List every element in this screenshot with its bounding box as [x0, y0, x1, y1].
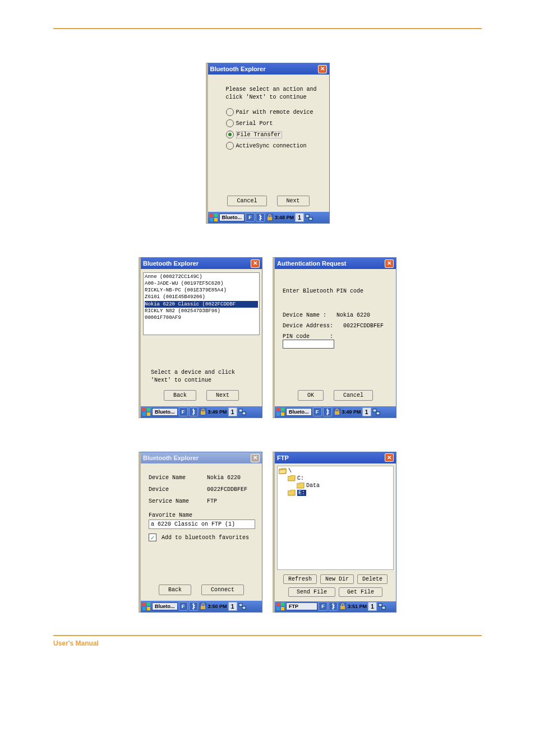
indicator-1[interactable]: 1 [228, 602, 237, 611]
taskbar: FTP F 3:51 PM 1 [275, 601, 396, 613]
delete-button[interactable]: Delete [357, 574, 388, 584]
bluetooth-icon[interactable] [329, 602, 338, 611]
window-title: Bluetooth Explorer [210, 66, 266, 72]
device-label: Device [149, 486, 204, 493]
titlebar: Bluetooth Explorer ✕ [208, 63, 329, 75]
list-item[interactable]: Z610i (001E45B49206) [145, 294, 258, 300]
list-item[interactable]: A00-JADE-WU (00197EF5C620) [145, 280, 258, 287]
next-button[interactable]: Next [206, 390, 239, 401]
tree-item[interactable]: \ [279, 467, 392, 475]
tree-item[interactable]: Data [279, 482, 392, 489]
taskbar: Blueto... F 3:49 PM 1 [275, 406, 396, 418]
tree-item-label: C: [297, 475, 304, 481]
titlebar: Bluetooth Explorer ✕ [141, 258, 262, 269]
bluetooth-icon[interactable] [323, 407, 332, 416]
get-file-button[interactable]: Get File [339, 587, 382, 597]
new-dir-button[interactable]: New Dir [320, 574, 354, 584]
list-item[interactable]: RICKLY N82 (002547D3BF96) [145, 308, 258, 314]
network-icon[interactable] [238, 602, 246, 610]
ftp-tree[interactable]: \C:DataE: [277, 466, 394, 570]
start-icon[interactable] [142, 602, 151, 611]
indicator-1[interactable]: 1 [228, 407, 237, 416]
send-file-button[interactable]: Send File [288, 587, 335, 597]
svg-rect-17 [281, 412, 284, 416]
tree-item[interactable]: E: [279, 489, 392, 497]
tray-f-icon[interactable]: F [313, 407, 322, 416]
taskbar: Blueto... F 3:50 PM 1 [141, 601, 262, 612]
service-name-value: FTP [207, 498, 217, 504]
bluetooth-icon[interactable] [256, 213, 265, 222]
device-value: 0022FCDDBFEF [207, 486, 247, 493]
start-icon[interactable] [276, 602, 285, 611]
ok-button[interactable]: OK [298, 390, 324, 401]
radio-icon[interactable] [226, 119, 234, 127]
radio-icon[interactable] [226, 131, 234, 138]
svg-rect-33 [379, 604, 382, 606]
close-icon[interactable]: ✕ [385, 259, 394, 268]
device-name-value: Nokia 6220 [207, 475, 241, 481]
favorite-name-label: Favorite Name [149, 512, 255, 518]
network-icon[interactable] [372, 408, 380, 416]
radio-icon[interactable] [226, 142, 234, 150]
next-button[interactable]: Next [277, 196, 310, 206]
bluetooth-icon[interactable] [189, 602, 198, 611]
svg-rect-26 [239, 604, 242, 606]
lock-icon[interactable] [333, 408, 341, 416]
radio-option[interactable]: File Transfer [226, 131, 324, 138]
svg-rect-30 [276, 607, 280, 610]
device-list[interactable]: Anne (000272CC149C)A00-JADE-WU (00197EF5… [143, 272, 260, 335]
list-item[interactable]: Nokia 6220 Classic (0022FCDDBF [145, 301, 258, 308]
list-item[interactable]: Anne (000272CC149C) [145, 273, 258, 280]
network-icon[interactable] [238, 408, 246, 416]
close-icon[interactable]: ✕ [251, 454, 260, 462]
close-icon[interactable]: ✕ [385, 453, 394, 462]
lock-icon[interactable] [339, 602, 347, 610]
lock-icon[interactable] [266, 214, 274, 221]
start-icon[interactable] [142, 407, 151, 416]
radio-option[interactable]: Serial Port [226, 119, 324, 127]
taskbar-app[interactable]: FTP [286, 602, 317, 610]
refresh-button[interactable]: Refresh [283, 574, 317, 584]
list-item[interactable]: 00001F700AF9 [145, 314, 258, 321]
tree-item[interactable]: C: [279, 475, 392, 482]
tray-f-icon[interactable]: F [179, 602, 188, 611]
list-item[interactable]: RICKLY-NB-PC (001E379E85A4) [145, 287, 258, 294]
network-icon[interactable] [305, 214, 313, 221]
radio-icon[interactable] [226, 108, 234, 116]
tray-f-icon[interactable]: F [179, 407, 188, 416]
radio-option[interactable]: Pair with remote device [226, 108, 324, 116]
radio-option[interactable]: ActiveSync connection [226, 142, 324, 150]
indicator-1[interactable]: 1 [368, 602, 377, 611]
indicator-1[interactable]: 1 [295, 213, 304, 222]
lock-icon[interactable] [199, 408, 207, 416]
close-icon[interactable]: ✕ [318, 65, 327, 73]
start-icon[interactable] [209, 213, 218, 222]
cancel-button[interactable]: Cancel [227, 196, 266, 206]
folder-open-icon [279, 468, 287, 474]
back-button[interactable]: Back [164, 390, 196, 401]
close-icon[interactable]: ✕ [251, 259, 260, 268]
svg-rect-24 [147, 607, 150, 610]
start-icon[interactable] [276, 407, 285, 416]
svg-rect-23 [142, 607, 146, 610]
lock-icon[interactable] [199, 602, 207, 610]
back-button[interactable]: Back [159, 585, 191, 595]
network-icon[interactable] [378, 602, 386, 610]
bluetooth-icon[interactable] [189, 407, 198, 416]
pin-code-input[interactable] [283, 340, 334, 349]
taskbar-app[interactable]: Blueto... [152, 408, 178, 416]
taskbar-app[interactable]: Blueto... [286, 408, 312, 416]
svg-rect-13 [242, 412, 246, 415]
indicator-1[interactable]: 1 [362, 407, 371, 416]
taskbar-app[interactable]: Blueto... [219, 214, 245, 221]
add-favorites-checkbox[interactable]: ✓ [149, 534, 156, 541]
connect-button[interactable]: Connect [201, 585, 244, 595]
tree-item-label: E: [297, 490, 306, 496]
cancel-button[interactable]: Cancel [334, 390, 373, 401]
tray-f-icon[interactable]: F [319, 602, 328, 611]
folder-icon [297, 483, 305, 489]
taskbar-app[interactable]: Blueto... [152, 602, 178, 610]
svg-rect-22 [147, 602, 150, 606]
tray-f-icon[interactable]: F [246, 213, 255, 222]
favorite-name-input[interactable]: a 6220 Classic on FTP (1) [149, 520, 255, 529]
